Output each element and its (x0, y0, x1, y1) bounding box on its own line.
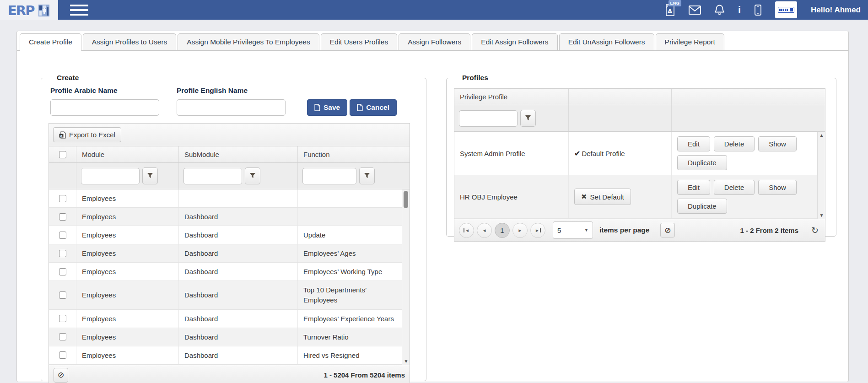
delete-button[interactable]: Delete (714, 136, 755, 151)
pager-last-button[interactable]: ► (530, 223, 545, 238)
module-filter-input[interactable] (81, 168, 140, 184)
page-size-select[interactable]: 5 ▼ (553, 221, 593, 239)
tab-create-profile[interactable]: Create Profile (20, 33, 81, 51)
edit-button[interactable]: Edit (677, 180, 710, 195)
tab-strip: Create Profile Assign Profiles to Users … (17, 31, 848, 51)
english-name-label: Profile English Name (177, 86, 286, 95)
save-button[interactable]: Save (307, 99, 347, 116)
pager-next-button[interactable]: ► (512, 223, 528, 238)
submodule-filter-input[interactable] (183, 168, 242, 184)
profile-name: System Admin Profile (454, 132, 569, 175)
row-checkbox[interactable] (59, 333, 66, 340)
cancel-button[interactable]: Cancel (350, 99, 397, 116)
user-greeting: Hello! Ahmed (811, 5, 861, 15)
table-row[interactable]: Employees Dashboard Employees’ Ages (49, 244, 402, 263)
vertical-scrollbar[interactable]: ▼ (402, 189, 410, 365)
row-checkbox[interactable] (59, 291, 66, 299)
default-profile-badge: ✔ Default Profile (574, 149, 625, 158)
row-checkbox[interactable] (59, 250, 66, 257)
main-panel: Create Profile Assign Profiles to Users … (16, 31, 849, 382)
app-logo[interactable]: ERP (0, 0, 58, 20)
profile-row[interactable]: HR OBJ Employee ✖ Set Default Edit Delet… (454, 175, 817, 219)
row-checkbox[interactable] (59, 232, 66, 239)
grid-footer: ⊘ 1 - 5204 From 5204 items (49, 365, 410, 383)
company-logo-avatar[interactable] (775, 1, 797, 18)
mail-icon[interactable] (689, 5, 701, 15)
clear-filters-button[interactable]: ⊘ (54, 368, 68, 383)
column-header-function: Function (298, 146, 410, 162)
english-name-input[interactable] (177, 99, 286, 116)
row-checkbox[interactable] (59, 351, 66, 359)
info-icon[interactable]: i (738, 5, 741, 15)
module-filter-icon[interactable] (142, 167, 158, 184)
items-per-page-label: items per page (599, 226, 649, 234)
grid-toolbar: x Export to Excel (49, 124, 410, 146)
menu-hamburger-icon[interactable] (70, 5, 88, 16)
scroll-down-icon[interactable]: ▼ (402, 359, 410, 364)
row-checkbox[interactable] (59, 213, 66, 221)
grid-rows: Employees Employees Dashboard Employees … (49, 189, 410, 365)
refresh-icon[interactable]: ↻ (811, 226, 819, 235)
file-icon (357, 104, 363, 111)
select-all-checkbox[interactable] (59, 151, 66, 158)
pager-page-1[interactable]: 1 (495, 223, 510, 238)
export-to-excel-button[interactable]: x Export to Excel (53, 127, 121, 142)
table-row[interactable]: Employees Dashboard Employees’ Working T… (49, 263, 402, 281)
top-bar: ERP A ENG (0, 0, 868, 20)
row-checkbox[interactable] (59, 268, 66, 275)
functions-grid: x Export to Excel Module SubModule Funct… (49, 123, 410, 383)
table-row[interactable]: Employees Dashboard Hired vs Resigned (49, 346, 402, 365)
file-icon (314, 104, 320, 111)
tab-edit-users-profiles[interactable]: Edit Users Profiles (321, 33, 397, 51)
profile-row[interactable]: System Admin Profile ✔ Default Profile E… (454, 132, 817, 175)
column-header-privilege-profile: Privilege Profile (454, 89, 569, 105)
language-icon[interactable]: A ENG (665, 4, 675, 16)
duplicate-button[interactable]: Duplicate (677, 199, 727, 214)
privilege-profile-filter-input[interactable] (459, 110, 518, 127)
table-row[interactable]: Employees Dashboard Employees’ Experienc… (49, 310, 402, 328)
create-legend: Create (54, 74, 81, 82)
privilege-profile-filter-icon[interactable] (520, 110, 536, 127)
edit-button[interactable]: Edit (677, 136, 710, 151)
tab-edit-unassign-followers[interactable]: Edit UnAssign Followers (559, 33, 654, 51)
tab-assign-mobile-privileges[interactable]: Assign Mobile Privileges To Employees (178, 33, 319, 51)
scroll-down-icon[interactable]: ▼ (818, 213, 825, 218)
profiles-pager: ◄ ◄ 1 ► ► 5 ▼ items per page ⊘ 1 - 2 (454, 219, 825, 241)
scroll-up-icon[interactable]: ▲ (818, 133, 825, 138)
submodule-filter-icon[interactable] (245, 167, 260, 184)
vertical-scrollbar[interactable]: ▲ ▼ (817, 132, 825, 219)
show-button[interactable]: Show (758, 136, 797, 151)
show-button[interactable]: Show (758, 180, 797, 195)
profile-name: HR OBJ Employee (454, 175, 569, 218)
arabic-name-input[interactable] (50, 99, 159, 116)
clear-filters-button[interactable]: ⊘ (660, 223, 675, 237)
set-default-button[interactable]: ✖ Set Default (574, 189, 631, 205)
table-row[interactable]: Employees Dashboard (49, 208, 402, 226)
tab-assign-followers[interactable]: Assign Followers (399, 33, 470, 51)
tab-edit-assign-followers[interactable]: Edit Assign Followers (472, 33, 557, 51)
column-header-submodule: SubModule (179, 146, 298, 162)
pager-prev-button[interactable]: ◄ (477, 223, 492, 238)
table-row[interactable]: Employees Dashboard Turnover Ratio (49, 328, 402, 346)
row-checkbox[interactable] (59, 195, 66, 202)
excel-icon: x (59, 131, 66, 139)
create-section: Create Profile Arabic Name Profile Engli… (41, 74, 426, 381)
delete-button[interactable]: Delete (714, 180, 755, 195)
row-checkbox[interactable] (59, 315, 66, 322)
pager-first-button[interactable]: ◄ (459, 223, 474, 238)
tab-privilege-report[interactable]: Privilege Report (656, 33, 724, 51)
table-row[interactable]: Employees Dashboard Update (49, 226, 402, 244)
table-row[interactable]: Employees Dashboard Top 10 Departments’ … (49, 281, 402, 310)
profiles-rows: System Admin Profile ✔ Default Profile E… (454, 132, 825, 219)
mobile-icon[interactable] (755, 5, 761, 16)
pager-summary: 1 - 2 From 2 items (740, 227, 798, 234)
scrollbar-thumb[interactable] (404, 191, 408, 208)
function-filter-input[interactable] (302, 168, 356, 184)
notifications-bell-icon[interactable] (715, 5, 724, 16)
profiles-grid: Privilege Profile System Admin Profile (454, 88, 825, 242)
svg-text:A: A (668, 8, 672, 15)
function-filter-icon[interactable] (359, 167, 375, 184)
table-row[interactable]: Employees (49, 189, 402, 208)
tab-assign-profiles-to-users[interactable]: Assign Profiles to Users (83, 33, 177, 51)
duplicate-button[interactable]: Duplicate (677, 155, 727, 170)
